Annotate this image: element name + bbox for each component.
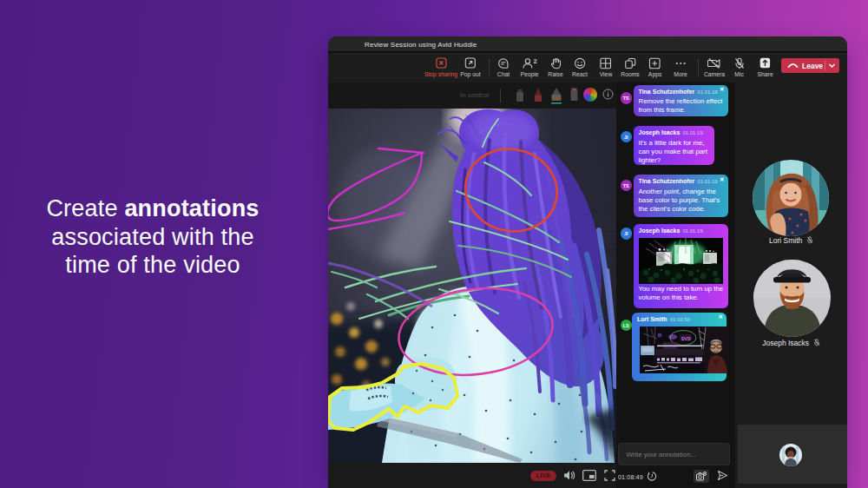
svg-text:DVD: DVD	[681, 336, 691, 342]
svg-text:2: 2	[533, 57, 536, 65]
